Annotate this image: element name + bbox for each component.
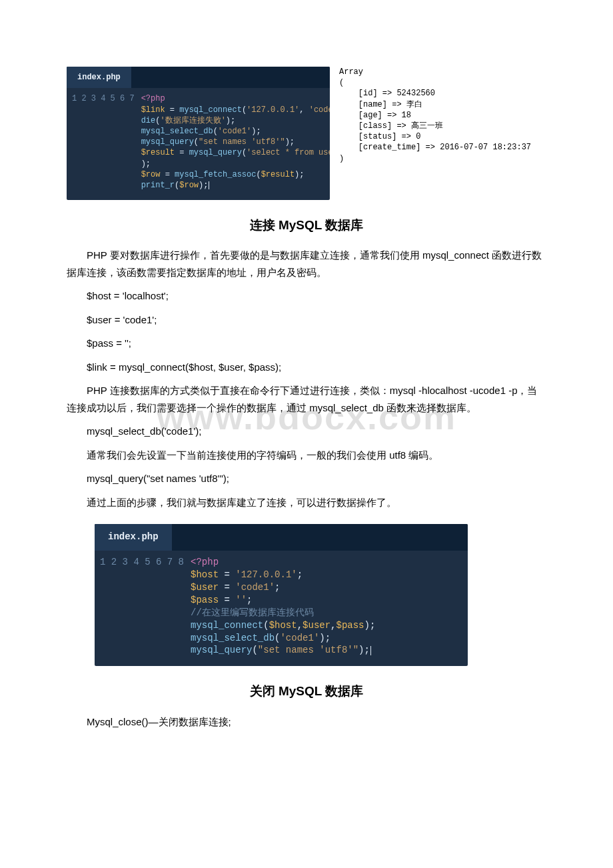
heading-connect-mysql: 连接 MySQL 数据库 [67,215,546,236]
code-line-text: mysql_select_db('code1'); [67,423,546,440]
code-line-text: $link = mysql_connect($host, $user, $pas… [67,359,546,376]
paragraph: Mysql_close()—关闭数据库连接; [67,713,546,731]
code-tabbar: index.php [95,524,468,551]
code-gutter: 1 2 3 4 5 6 7 8 [95,556,191,657]
code-tab: index.php [95,524,172,551]
code-body: 1 2 3 4 5 6 7 8 <?php $host = '127.0.0.1… [95,551,468,666]
code-line-text: $user = 'code1'; [67,311,546,329]
output-text: Array ( [id] => 52432560 [name] => 李白 [a… [339,67,546,200]
paragraph: PHP 要对数据库进行操作，首先要做的是与数据库建立连接，通常我们使用 mysq… [67,247,546,281]
code-line-text: $pass = ''; [67,335,546,352]
code-block-1: index.php 1 2 3 4 5 6 7 <?php $link = my… [67,67,330,200]
code-line-text: mysql_query("set names 'utf8'"); [67,470,546,487]
code-lines: <?php $host = '127.0.0.1'; $user = 'code… [191,556,383,657]
code-block-2: index.php 1 2 3 4 5 6 7 8 <?php $host = … [95,524,468,666]
figure-code-output: index.php 1 2 3 4 5 6 7 <?php $link = my… [67,67,546,200]
code-tabbar: index.php [67,67,330,88]
paragraph: 通过上面的步骤，我们就与数据库建立了连接，可以进行数据操作了。 [67,494,546,511]
document-page: www.bdocx.com index.php 1 2 3 4 5 6 7 <?… [0,0,613,777]
paragraph: PHP 连接数据库的方式类似于直接在命令行下通过进行连接，类似：mysql -h… [67,382,546,416]
code-tab: index.php [67,67,131,88]
heading-close-mysql: 关闭 MySQL 数据库 [67,681,546,702]
paragraph: 通常我们会先设置一下当前连接使用的字符编码，一般的我们会使用 utf8 编码。 [67,447,546,464]
code-line-text: $host = 'localhost'; [67,287,546,305]
code-lines: <?php $link = mysql_connect('127.0.0.1',… [141,93,330,191]
code-gutter: 1 2 3 4 5 6 7 [67,93,141,191]
code-body: 1 2 3 4 5 6 7 <?php $link = mysql_connec… [67,88,330,200]
